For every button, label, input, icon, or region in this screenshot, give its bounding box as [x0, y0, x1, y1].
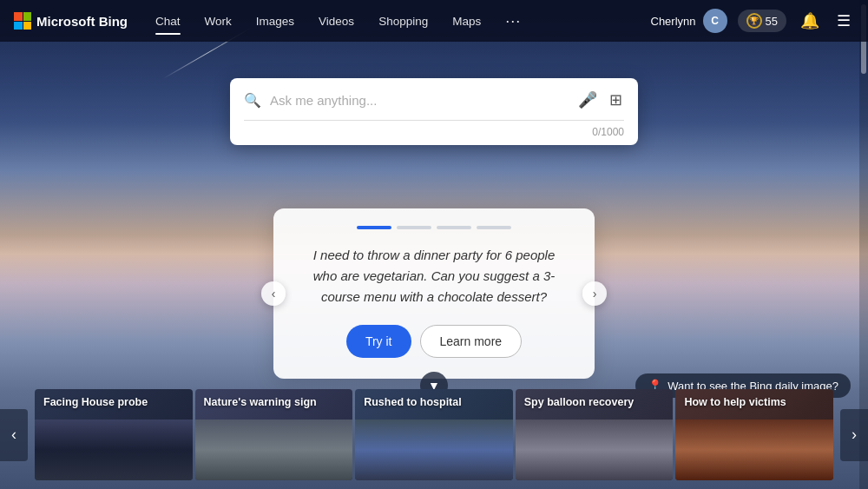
char-count: 0/1000 — [592, 126, 624, 138]
news-item[interactable]: How to help victims — [675, 389, 833, 480]
news-item[interactable]: Facing House probe — [35, 389, 193, 480]
search-box: 🔍 🎤 ⊞ 0/1000 — [230, 78, 638, 145]
news-title-3: Rushed to hospital — [355, 389, 513, 415]
news-item[interactable]: Nature's warning sign — [195, 389, 353, 480]
dot-4[interactable] — [477, 226, 511, 229]
prompt-text: I need to throw a dinner party for 6 peo… — [299, 245, 569, 307]
points-value: 55 — [766, 15, 778, 28]
chevron-right-icon: › — [593, 287, 597, 301]
dot-2[interactable] — [397, 226, 431, 229]
search-bottom: 0/1000 — [244, 126, 624, 138]
news-items: Facing House probe Nature's warning sign… — [0, 389, 868, 480]
news-item[interactable]: Rushed to hospital — [355, 389, 513, 480]
chevron-right-icon: › — [852, 426, 857, 444]
nav-right: Cherlynn C 🏆 55 🔔 ☰ — [651, 8, 855, 34]
prompt-card: ‹ › I need to throw a dinner party for 6… — [273, 208, 595, 379]
user-profile[interactable]: Cherlynn C — [651, 9, 727, 33]
search-icons-right: 🎤 ⊞ — [576, 89, 624, 111]
chevron-left-icon: ‹ — [272, 287, 276, 301]
news-thumb-1 — [35, 420, 193, 480]
hamburger-menu-icon[interactable]: ☰ — [833, 8, 854, 34]
username: Cherlynn — [651, 15, 696, 28]
microsoft-logo-icon — [14, 12, 31, 30]
news-thumb-4 — [516, 420, 674, 480]
prompt-actions: Try it Learn more — [299, 325, 569, 358]
news-prev-button[interactable]: ‹ — [0, 409, 28, 461]
search-input-row: 🔍 🎤 ⊞ — [244, 89, 624, 111]
chevron-left-icon: ‹ — [11, 426, 16, 444]
logo[interactable]: Microsoft Bing — [14, 12, 128, 30]
news-title-5: How to help victims — [675, 389, 833, 415]
nav-links: Chat Work Images Videos Shopping Maps ··… — [145, 5, 651, 37]
news-item[interactable]: Spy balloon recovery — [516, 389, 674, 480]
card-next-button[interactable]: › — [582, 281, 607, 306]
camera-button[interactable]: ⊞ — [608, 89, 624, 111]
microphone-button[interactable]: 🎤 — [576, 89, 599, 111]
search-divider — [244, 120, 624, 121]
prompt-dots — [299, 226, 569, 229]
news-thumb-5 — [675, 420, 833, 480]
dot-1[interactable] — [357, 226, 391, 229]
nav-more-button[interactable]: ··· — [495, 5, 531, 37]
bottom-section: ▼ 📍 Want to see the Bing daily image? ‹ … — [0, 389, 868, 489]
card-prev-button[interactable]: ‹ — [261, 281, 286, 306]
search-icon: 🔍 — [244, 92, 261, 109]
nav-videos[interactable]: Videos — [308, 8, 365, 35]
navbar: Microsoft Bing Chat Work Images Videos S… — [0, 0, 868, 42]
nav-shopping[interactable]: Shopping — [368, 8, 438, 35]
dot-3[interactable] — [437, 226, 471, 229]
avatar: C — [703, 9, 727, 33]
news-title-2: Nature's warning sign — [195, 389, 353, 415]
nav-images[interactable]: Images — [246, 8, 305, 35]
news-thumb-3 — [355, 420, 513, 480]
search-container: 🔍 🎤 ⊞ 0/1000 — [230, 78, 638, 145]
logo-text: Microsoft Bing — [36, 14, 128, 29]
points-icon: 🏆 — [746, 13, 762, 29]
news-title-1: Facing House probe — [35, 389, 193, 415]
news-thumb-2 — [195, 420, 353, 480]
news-title-4: Spy balloon recovery — [516, 389, 674, 415]
try-it-button[interactable]: Try it — [346, 325, 411, 358]
search-input[interactable] — [270, 93, 568, 108]
news-next-button[interactable]: › — [840, 409, 868, 461]
learn-more-button[interactable]: Learn more — [420, 325, 523, 358]
notifications-bell-icon[interactable]: 🔔 — [797, 8, 823, 34]
points-badge[interactable]: 🏆 55 — [738, 10, 786, 32]
nav-chat[interactable]: Chat — [145, 8, 191, 35]
nav-maps[interactable]: Maps — [442, 8, 491, 35]
nav-work[interactable]: Work — [194, 8, 242, 35]
news-strip: ‹ Facing House probe Nature's warning si… — [0, 389, 868, 480]
